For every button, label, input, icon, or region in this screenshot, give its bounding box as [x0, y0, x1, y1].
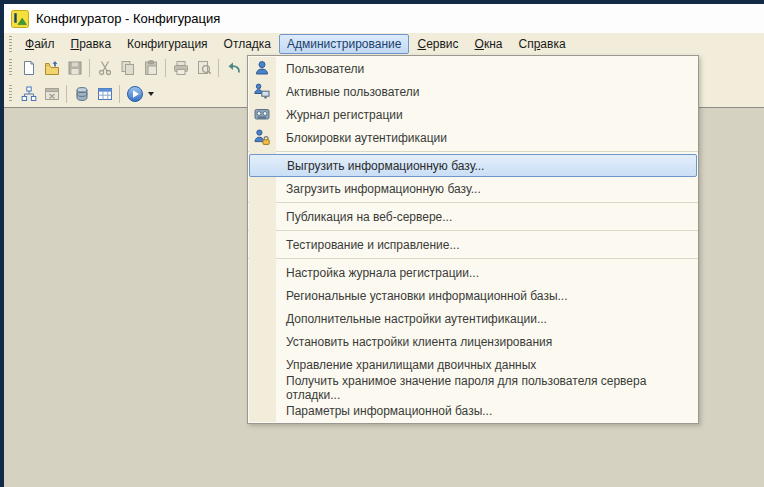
active-users-icon — [254, 83, 270, 99]
menu-item-label: Управление хранилищами двоичных данных — [286, 358, 536, 372]
menu-edit[interactable]: Правка — [63, 34, 120, 54]
menu-item-label: Выгрузить информационную базу... — [287, 159, 484, 173]
configurator-window: Конфигуратор - Конфигурация Файл Правка … — [0, 0, 764, 487]
menu-item-registration-journal[interactable]: Журнал регистрации — [248, 103, 698, 126]
toolbar-separator — [165, 59, 166, 77]
run-debug-icon[interactable] — [123, 83, 146, 105]
toolbar-grip[interactable] — [9, 85, 12, 103]
menu-item-label: Публикация на веб-сервере... — [286, 210, 452, 224]
window-title: Конфигуратор - Конфигурация — [36, 11, 220, 26]
database-icon[interactable] — [70, 83, 93, 105]
menu-item-infobase-parameters[interactable]: Параметры информационной базы... — [248, 399, 698, 422]
undo-icon[interactable] — [222, 57, 245, 79]
menu-separator — [248, 202, 698, 203]
menu-item-label: Активные пользователи — [286, 85, 419, 99]
menu-item-label: Настройка журнала регистрации... — [286, 266, 479, 280]
registration-journal-icon — [254, 106, 270, 122]
menu-administration[interactable]: Администрирование — [279, 34, 409, 54]
auth-locks-icon — [254, 129, 270, 145]
toolbar-grip[interactable] — [9, 59, 12, 77]
menu-item-restore-infobase[interactable]: Загрузить информационную базу... — [248, 177, 698, 200]
menu-item-verify-repair[interactable]: Тестирование и исправление... — [248, 233, 698, 256]
administration-dropdown-menu: Пользователи Активные пользователи Журна… — [247, 55, 699, 424]
menubar-grip[interactable] — [9, 36, 12, 52]
1c-configurator-icon — [11, 10, 29, 28]
run-dropdown-arrow[interactable] — [148, 92, 154, 96]
cut-icon[interactable] — [93, 57, 116, 79]
save-icon[interactable] — [63, 57, 86, 79]
menu-item-regional-settings[interactable]: Региональные установки информационной ба… — [248, 284, 698, 307]
menu-item-web-publishing[interactable]: Публикация на веб-сервере... — [248, 205, 698, 228]
menu-item-journal-settings[interactable]: Настройка журнала регистрации... — [248, 261, 698, 284]
menu-item-label: Загрузить информационную базу... — [286, 182, 481, 196]
title-bar: Конфигуратор - Конфигурация — [4, 4, 764, 33]
menu-debug[interactable]: Отладка — [216, 34, 279, 54]
menu-configuration[interactable]: Конфигурация — [119, 34, 216, 54]
menu-item-label: Пользователи — [286, 62, 364, 76]
toolbar-separator — [218, 59, 219, 77]
menu-item-dump-infobase[interactable]: Выгрузить информационную базу... — [249, 154, 697, 177]
menu-bar: Файл Правка Конфигурация Отладка Админис… — [4, 33, 764, 55]
menu-separator — [248, 230, 698, 231]
toolbar-separator — [66, 85, 67, 103]
menu-item-additional-auth-settings[interactable]: Дополнительные настройки аутентификации.… — [248, 307, 698, 330]
paste-icon[interactable] — [139, 57, 162, 79]
menu-item-label: Установить настройки клиента лицензирова… — [286, 335, 552, 349]
copy-icon[interactable] — [116, 57, 139, 79]
menu-item-auth-locks[interactable]: Блокировки аутентификации — [248, 126, 698, 149]
print-icon[interactable] — [169, 57, 192, 79]
menu-item-users[interactable]: Пользователи — [248, 57, 698, 80]
menu-help[interactable]: Справка — [510, 34, 573, 54]
menu-item-label: Журнал регистрации — [286, 108, 403, 122]
menu-item-label: Параметры информационной базы... — [286, 404, 492, 418]
menu-item-label: Дополнительные настройки аутентификации.… — [286, 312, 547, 326]
menu-item-licensing-client-settings[interactable]: Установить настройки клиента лицензирова… — [248, 330, 698, 353]
menu-item-label: Региональные установки информационной ба… — [286, 289, 568, 303]
close-configuration-icon[interactable] — [40, 83, 63, 105]
menu-separator — [248, 151, 698, 152]
new-document-icon[interactable] — [17, 57, 40, 79]
table-form-icon[interactable] — [93, 83, 116, 105]
toolbar-separator — [89, 59, 90, 77]
menu-separator — [248, 258, 698, 259]
menu-item-label: Тестирование и исправление... — [286, 238, 460, 252]
menu-service[interactable]: Сервис — [409, 34, 466, 54]
menu-item-active-users[interactable]: Активные пользователи — [248, 80, 698, 103]
menu-windows[interactable]: Окна — [467, 34, 511, 54]
menu-item-label: Блокировки аутентификации — [286, 131, 447, 145]
configuration-tree-icon[interactable] — [17, 83, 40, 105]
users-icon — [254, 60, 270, 76]
menu-file[interactable]: Файл — [17, 34, 63, 54]
menu-item-label: Получить хранимое значение пароля для по… — [286, 374, 698, 402]
toolbar-separator — [119, 85, 120, 103]
open-icon[interactable] — [40, 57, 63, 79]
menu-item-debug-server-password[interactable]: Получить хранимое значение пароля для по… — [248, 376, 698, 399]
print-preview-icon[interactable] — [192, 57, 215, 79]
